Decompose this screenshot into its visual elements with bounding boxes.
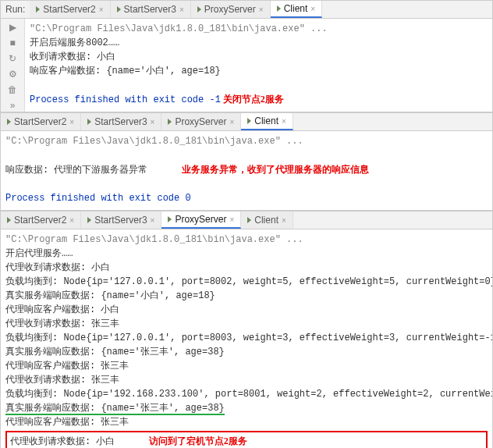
rerun-icon[interactable]: ▶ bbox=[9, 22, 16, 33]
log-line: 负载均衡到: Node{ip='127.0.0.1', port=8002, w… bbox=[5, 276, 492, 287]
close-icon[interactable]: × bbox=[99, 5, 104, 14]
panel-body: ▶ ■ ↻ ⚙ 🗑 » "C:\Program Files\Java\jdk1.… bbox=[1, 19, 492, 112]
more-icon[interactable]: » bbox=[10, 100, 16, 111]
close-icon[interactable]: × bbox=[282, 216, 286, 225]
run-icon bbox=[36, 6, 40, 12]
console-output[interactable]: "C:\Program Files\Java\jdk1.8.0_181\bin\… bbox=[1, 229, 492, 448]
run-label: Run: bbox=[1, 4, 30, 15]
tab-startserver2[interactable]: StartServer2× bbox=[30, 1, 110, 18]
tab-startserver3[interactable]: StartServer3× bbox=[111, 1, 191, 18]
tab-bar: StartServer2× StartServer3× ProxyServer×… bbox=[30, 1, 322, 18]
panel-body: "C:\Program Files\Java\jdk1.8.0_181\bin\… bbox=[1, 131, 492, 210]
log-line: 真实服务端响应数据: {name='张三丰', age=38} bbox=[5, 347, 225, 357]
run-icon bbox=[7, 217, 11, 223]
log-line: 负载均衡到: Node{ip='127.0.0.1', port=8003, w… bbox=[5, 332, 492, 343]
run-icon bbox=[247, 217, 251, 223]
run-icon bbox=[247, 118, 251, 124]
reload-icon[interactable]: ↻ bbox=[9, 53, 16, 64]
log-line: 负载均衡到: Node{ip='192.168.233.100', port=8… bbox=[5, 389, 492, 400]
annotation: 关闭节点2服务 bbox=[221, 94, 284, 105]
tab-startserver3[interactable]: StartServer3× bbox=[81, 113, 161, 130]
close-icon[interactable]: × bbox=[282, 117, 286, 126]
log-line: 代理收到请求数据: 张三丰 bbox=[5, 375, 119, 386]
annotation: 业务服务异常，收到了代理服务器的响应信息 bbox=[182, 164, 369, 175]
tab-proxyserver[interactable]: ProxyServer× bbox=[191, 1, 271, 18]
console-output[interactable]: "C:\Program Files\Java\jdk1.8.0_181\bin\… bbox=[1, 131, 492, 210]
run-icon bbox=[277, 5, 281, 12]
tab-proxyserver[interactable]: ProxyServer× bbox=[161, 113, 241, 130]
log-line: 收到请求数据: 小白 bbox=[30, 52, 115, 62]
close-icon[interactable]: × bbox=[259, 5, 264, 14]
tab-bar: StartServer2× StartServer3× ProxyServer×… bbox=[1, 113, 293, 130]
tab-proxyserver[interactable]: ProxyServer× bbox=[161, 212, 241, 229]
close-icon[interactable]: × bbox=[69, 216, 74, 225]
trash-icon[interactable]: 🗑 bbox=[8, 84, 17, 95]
log-line: 代理收到请求数据: 小白 bbox=[5, 262, 110, 273]
error-box: 代理收到请求数据: 小白 访问到了宕机节点2服务 负载均衡到: Node{ip=… bbox=[5, 431, 488, 448]
close-icon[interactable]: × bbox=[151, 118, 155, 126]
panel-header: StartServer2× StartServer3× ProxyServer×… bbox=[1, 113, 492, 131]
run-panel-3: StartServer2× StartServer3× ProxyServer×… bbox=[0, 211, 493, 448]
tab-bar: StartServer2× StartServer3× ProxyServer×… bbox=[1, 212, 293, 229]
exit-line: Process finished with exit code 0 bbox=[5, 193, 191, 204]
tab-client[interactable]: Client× bbox=[241, 113, 293, 130]
panel-header: Run: StartServer2× StartServer3× ProxySe… bbox=[1, 1, 492, 19]
run-panel-2: StartServer2× StartServer3× ProxyServer×… bbox=[0, 112, 493, 211]
log-line: 真实服务端响应数据: {name='小白', age=18} bbox=[5, 290, 215, 301]
log-line: 响应数据: 代理的下游服务器异常 bbox=[5, 165, 147, 176]
close-icon[interactable]: × bbox=[151, 216, 155, 225]
run-icon bbox=[87, 119, 91, 125]
close-icon[interactable]: × bbox=[69, 118, 74, 126]
tab-startserver2[interactable]: StartServer2× bbox=[1, 113, 81, 130]
run-icon bbox=[117, 6, 121, 12]
console-output[interactable]: "C:\Program Files\Java\jdk1.8.0_181\bin\… bbox=[25, 19, 492, 112]
run-icon bbox=[87, 217, 91, 223]
tab-client[interactable]: Client× bbox=[271, 1, 323, 18]
tab-startserver3[interactable]: StartServer3× bbox=[81, 212, 161, 229]
close-icon[interactable]: × bbox=[179, 5, 184, 14]
highlighted-line: 真实服务端响应数据: {name='张三丰', age=38} bbox=[5, 403, 225, 415]
command-line: "C:\Program Files\Java\jdk1.8.0_181\bin\… bbox=[5, 234, 303, 245]
run-icon bbox=[197, 6, 201, 12]
close-icon[interactable]: × bbox=[229, 118, 234, 126]
panel-body: "C:\Program Files\Java\jdk1.8.0_181\bin\… bbox=[1, 229, 492, 448]
close-icon[interactable]: × bbox=[229, 215, 234, 224]
settings-icon[interactable]: ⚙ bbox=[9, 69, 17, 80]
tab-startserver2[interactable]: StartServer2× bbox=[1, 212, 81, 229]
tool-gutter: ▶ ■ ↻ ⚙ 🗑 » bbox=[1, 19, 25, 112]
log-line: 代理收到请求数据: 小白 bbox=[10, 436, 115, 447]
stop-icon[interactable]: ■ bbox=[9, 37, 15, 48]
log-line: 响应客户端数据: {name='小白', age=18} bbox=[30, 66, 221, 76]
annotation: 访问到了宕机节点2服务 bbox=[149, 436, 247, 446]
run-icon bbox=[168, 216, 172, 222]
log-line: 开启后端服务8002…… bbox=[30, 37, 119, 48]
run-icon bbox=[168, 119, 172, 125]
close-icon[interactable]: × bbox=[310, 5, 315, 13]
panel-header: StartServer2× StartServer3× ProxyServer×… bbox=[1, 212, 492, 229]
log-line: 代理响应客户端数据: 小白 bbox=[5, 304, 119, 315]
log-line: 代理响应客户端数据: 张三丰 bbox=[5, 417, 129, 428]
exit-line: Process finished with exit code -1 bbox=[30, 94, 221, 105]
log-line: 代理收到请求数据: 张三丰 bbox=[5, 318, 119, 329]
log-line: 代理响应客户端数据: 张三丰 bbox=[5, 361, 129, 372]
run-icon bbox=[7, 119, 11, 125]
command-line: "C:\Program Files\Java\jdk1.8.0_181\bin\… bbox=[30, 23, 328, 34]
tab-client[interactable]: Client× bbox=[241, 212, 293, 229]
log-line: 开启代理服务…… bbox=[5, 248, 73, 259]
run-panel-1: Run: StartServer2× StartServer3× ProxySe… bbox=[0, 0, 493, 112]
command-line: "C:\Program Files\Java\jdk1.8.0_181\bin\… bbox=[5, 136, 303, 147]
